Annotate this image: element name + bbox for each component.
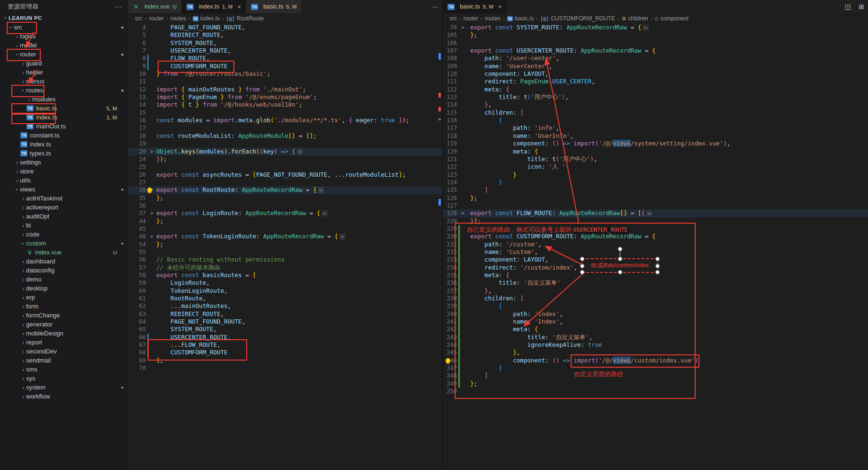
line-number[interactable]: 125 [443,186,457,194]
line-number[interactable]: 230 [443,233,457,240]
code-line-46[interactable]: 46>export const TokenLoginRoute: AppRout… [128,233,442,240]
line-number[interactable]: 231 [443,241,457,248]
line-number[interactable]: 44 [128,217,146,225]
explorer-item-bi[interactable]: ›bi [0,221,128,230]
code-line-249[interactable]: 249}; [443,380,868,388]
line-number[interactable]: 12 [128,86,146,93]
code-line-63[interactable]: 63 REDIRECT_ROUTE, [128,310,442,318]
code-line-118[interactable]: 118 name: 'UserInfo', [443,132,868,140]
code-line-62[interactable]: 62 ...mainOutRoutes, [128,302,442,310]
explorer-item-activereport[interactable]: ›activereport [0,203,128,212]
line-number[interactable]: 69 [128,357,146,364]
line-number[interactable]: 109 [443,63,457,70]
tab-basic.ts[interactable]: TSbasic.ts5, M× [443,0,507,13]
code-line-24[interactable]: 24}); [128,155,442,163]
line-number[interactable]: 248 [443,372,457,380]
code-line-243[interactable]: 243 title: '自定义菜单', [443,334,868,341]
breadcrumb-item-src[interactable]: src [135,15,143,22]
line-number[interactable]: 57 [128,264,146,271]
fold-collapsed-icon[interactable]: > [149,209,155,217]
breadcrumb-item-router[interactable]: router [149,15,164,22]
tab-basic.ts[interactable]: TSbasic.ts5, M [246,0,302,13]
code-line-115[interactable]: 115 children: [ [443,109,868,117]
explorer-item-settings[interactable]: ›settings [0,158,128,167]
line-number[interactable]: 64 [128,318,146,325]
line-number[interactable]: 18 [128,132,146,140]
explorer-item-dashboard[interactable]: ›dashboard [0,257,128,266]
line-number[interactable]: 67 [128,341,146,349]
breadcrumb-item-src[interactable]: src [449,15,457,22]
line-number[interactable]: 76 [443,24,457,31]
line-number[interactable]: 113 [443,93,457,101]
code-line-105[interactable]: 105}; [443,31,868,39]
code-line-232[interactable]: 232 name: 'Custom', [443,248,868,256]
line-number[interactable]: 70 [128,364,146,372]
explorer-item-index.ts[interactable]: TSindex.ts1, M [0,113,128,122]
line-number[interactable]: 105 [443,31,457,39]
code-line-237[interactable]: 237 }, [443,287,868,295]
line-number[interactable]: 17 [128,124,146,132]
line-number[interactable]: 11 [128,78,146,85]
line-number[interactable]: 120 [443,148,457,155]
line-number[interactable]: 127 [443,202,457,209]
line-number[interactable]: 8 [128,54,146,62]
code-line-236[interactable]: 236 title: '自定义菜单' [443,279,868,287]
code-line-108[interactable]: 108 path: '/user-center', [443,54,868,62]
code-line-68[interactable]: 68 CUSTOMFORM_ROUTE [128,349,442,356]
code-line-45[interactable]: 45 [128,225,442,233]
explorer-item-types.ts[interactable]: TStypes.ts [0,149,128,158]
code-line-113[interactable]: 113 title: t('用户中心'), [443,93,868,101]
layout-icon[interactable]: ⊞ [855,0,868,13]
code-line-11[interactable]: 11 [128,78,442,85]
line-number[interactable]: 122 [443,163,457,171]
line-number[interactable]: 121 [443,155,457,163]
line-number[interactable]: 46 [128,233,146,240]
code-line-231[interactable]: 231 path: '/custom', [443,241,868,248]
code-line-19[interactable]: 19 [128,140,442,147]
line-number[interactable]: 35 [128,194,146,202]
code-line-241[interactable]: 241 name: 'Index', [443,318,868,325]
line-number[interactable]: 233 [443,256,457,263]
line-number[interactable]: 228 [443,217,457,225]
code-line-67[interactable]: 67 ...FLOW_ROUTE, [128,341,442,349]
line-number[interactable]: 111 [443,78,457,85]
breadcrumb-item-basic.ts[interactable]: TSbasic.ts [507,15,534,22]
explorer-item-routes[interactable]: ›routes● [0,86,128,95]
code-line-69[interactable]: 69]; [128,357,442,364]
explorer-item-report[interactable]: ›report [0,338,128,347]
explorer-item-sms[interactable]: ›sms [0,365,128,374]
line-number[interactable]: 62 [128,302,146,310]
line-number[interactable]: 232 [443,248,457,256]
line-number[interactable]: 250 [443,388,457,395]
code-line-16[interactable]: 16const modules = import.meta.glob('./mo… [128,117,442,124]
code-line-54[interactable]: 54}; [128,241,442,248]
explorer-item-model[interactable]: ›model [0,41,128,50]
code-line-245[interactable]: 245 }, [443,349,868,356]
line-number[interactable]: 15 [128,109,146,117]
code-line-233[interactable]: 233 component: LAYOUT, [443,256,868,263]
code-line-128[interactable]: 128>export const FLOW_ROUTE: AppRouteRec… [443,209,868,217]
code-line-56[interactable]: 56// Basic routing without permissions [128,256,442,263]
explorer-item-modules[interactable]: ›modules [0,95,128,104]
explorer-item-router[interactable]: ›router● [0,50,128,59]
code-line-106[interactable]: 106 [443,39,868,47]
code-line-229[interactable]: 229 [443,225,868,233]
code-line-28[interactable]: 28>export const RootRoute: AppRouteRecor… [128,186,442,194]
code-line-125[interactable]: 125 ] [443,186,868,194]
fold-collapsed-icon[interactable]: > [149,148,155,155]
explorer-item-erp[interactable]: ›erp [0,293,128,302]
line-number[interactable]: 54 [128,241,146,248]
line-number[interactable]: 45 [128,225,146,233]
explorer-item-code[interactable]: ›code [0,230,128,239]
line-number[interactable]: 25 [128,163,146,171]
code-line-60[interactable]: 60 TokenLoginRoute, [128,287,442,295]
code-line-111[interactable]: 111 redirect: PageEnum.USER_CENTER, [443,78,868,85]
code-line-116[interactable]: 116 { [443,117,868,124]
close-icon[interactable]: × [237,4,241,10]
line-number[interactable]: 59 [128,279,146,287]
code-line-12[interactable]: 12import { mainOutRoutes } from './mainO… [128,86,442,93]
line-number[interactable]: 16 [128,117,146,124]
line-number[interactable]: 235 [443,271,457,279]
line-number[interactable]: 242 [443,325,457,333]
code-line-26[interactable]: 26export const asyncRoutes = [PAGE_NOT_F… [128,171,442,179]
